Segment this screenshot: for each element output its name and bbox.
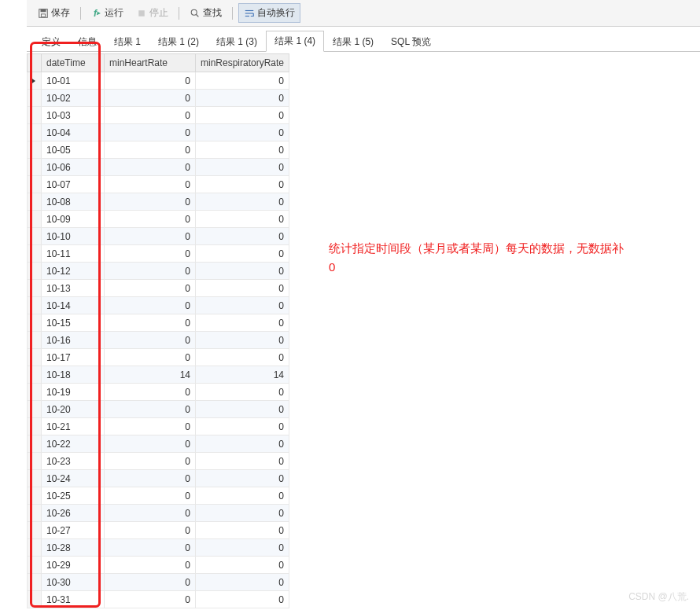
table-row[interactable]: 10-2400 [28,470,289,487]
run-button[interactable]: f▸ 运行 [87,4,128,22]
tab-2[interactable]: 结果 1 [105,31,149,52]
table-row[interactable]: 10-2700 [28,522,289,539]
cell-datetime[interactable]: 10-14 [42,297,105,314]
cell-datetime[interactable]: 10-01 [42,72,105,90]
cell-datetime[interactable]: 10-30 [42,574,105,591]
cell-datetime[interactable]: 10-22 [42,435,105,453]
row-header[interactable] [28,280,42,297]
row-header[interactable] [28,90,42,107]
cell-minrespiratoryrate[interactable]: 0 [196,401,289,418]
cell-minrespiratoryrate[interactable]: 0 [196,107,289,124]
table-row[interactable]: 10-0100 [28,72,289,90]
table-row[interactable]: 10-0900 [28,211,289,228]
cell-minheartrate[interactable]: 0 [105,211,196,228]
row-header[interactable] [28,539,42,557]
tab-0[interactable]: 定义 [33,31,69,52]
cell-minrespiratoryrate[interactable]: 0 [196,159,289,176]
row-header[interactable] [28,263,42,280]
col-header-minrespiratoryrate[interactable]: minRespiratoryRate [196,54,289,72]
table-row[interactable]: 10-2500 [28,487,289,505]
table-row[interactable]: 10-0200 [28,90,289,107]
cell-datetime[interactable]: 10-19 [42,384,105,401]
cell-datetime[interactable]: 10-13 [42,280,105,297]
cell-minrespiratoryrate[interactable]: 0 [196,557,289,574]
row-header[interactable] [28,159,42,176]
table-row[interactable]: 10-3000 [28,574,289,591]
table-row[interactable]: 10-0500 [28,141,289,159]
cell-minrespiratoryrate[interactable]: 0 [196,522,289,539]
cell-minrespiratoryrate[interactable]: 0 [196,574,289,591]
cell-minheartrate[interactable]: 0 [105,228,196,245]
cell-minheartrate[interactable]: 0 [105,539,196,557]
tab-7[interactable]: SQL 预览 [382,31,440,52]
cell-minrespiratoryrate[interactable]: 0 [196,435,289,453]
cell-minheartrate[interactable]: 0 [105,522,196,539]
row-header[interactable] [28,418,42,435]
cell-datetime[interactable]: 10-17 [42,349,105,366]
cell-minheartrate[interactable]: 0 [105,159,196,176]
cell-minrespiratoryrate[interactable]: 0 [196,176,289,193]
row-header[interactable] [28,107,42,124]
row-header[interactable] [28,176,42,193]
cell-datetime[interactable]: 10-05 [42,141,105,159]
tab-3[interactable]: 结果 1 (2) [149,31,208,52]
table-row[interactable]: 10-1100 [28,245,289,263]
table-row[interactable]: 10-1200 [28,263,289,280]
cell-minheartrate[interactable]: 0 [105,435,196,453]
row-header[interactable] [28,574,42,591]
col-header-datetime[interactable]: dateTime [42,54,105,72]
cell-datetime[interactable]: 10-21 [42,418,105,435]
cell-minrespiratoryrate[interactable]: 0 [196,228,289,245]
table-row[interactable]: 10-0400 [28,124,289,141]
cell-minheartrate[interactable]: 0 [105,141,196,159]
cell-datetime[interactable]: 10-09 [42,211,105,228]
save-button[interactable]: 保存 [33,4,75,22]
cell-datetime[interactable]: 10-24 [42,470,105,487]
table-row[interactable]: 10-0700 [28,176,289,193]
table-row[interactable]: 10-2900 [28,557,289,574]
cell-datetime[interactable]: 10-08 [42,193,105,211]
cell-minheartrate[interactable]: 0 [105,384,196,401]
table-row[interactable]: 10-181414 [28,366,289,384]
row-header[interactable] [28,487,42,505]
table-row[interactable]: 10-2600 [28,505,289,522]
table-row[interactable]: 10-2200 [28,435,289,453]
cell-datetime[interactable]: 10-12 [42,263,105,280]
row-header[interactable] [28,72,42,90]
row-header[interactable] [28,401,42,418]
cell-minheartrate[interactable]: 0 [105,401,196,418]
cell-minheartrate[interactable]: 0 [105,505,196,522]
row-header[interactable] [28,228,42,245]
cell-datetime[interactable]: 10-06 [42,159,105,176]
row-header[interactable] [28,591,42,608]
cell-minrespiratoryrate[interactable]: 0 [196,453,289,470]
cell-datetime[interactable]: 10-31 [42,591,105,608]
cell-datetime[interactable]: 10-02 [42,90,105,107]
cell-minrespiratoryrate[interactable]: 0 [196,245,289,263]
row-header[interactable] [28,522,42,539]
row-header[interactable] [28,435,42,453]
cell-minrespiratoryrate[interactable]: 0 [196,384,289,401]
cell-datetime[interactable]: 10-15 [42,314,105,332]
cell-minheartrate[interactable]: 0 [105,193,196,211]
cell-minrespiratoryrate[interactable]: 0 [196,211,289,228]
table-row[interactable]: 10-1400 [28,297,289,314]
table-row[interactable]: 10-3100 [28,591,289,608]
tab-6[interactable]: 结果 1 (5) [324,31,382,52]
cell-minheartrate[interactable]: 0 [105,574,196,591]
cell-minheartrate[interactable]: 0 [105,470,196,487]
cell-minrespiratoryrate[interactable]: 0 [196,90,289,107]
cell-datetime[interactable]: 10-18 [42,366,105,384]
row-header[interactable] [28,297,42,314]
cell-minheartrate[interactable]: 0 [105,332,196,349]
row-header[interactable] [28,453,42,470]
cell-minrespiratoryrate[interactable]: 0 [196,349,289,366]
table-row[interactable]: 10-0800 [28,193,289,211]
cell-datetime[interactable]: 10-20 [42,401,105,418]
row-header[interactable] [28,505,42,522]
cell-minrespiratoryrate[interactable]: 0 [196,539,289,557]
row-header[interactable] [28,384,42,401]
cell-minheartrate[interactable]: 0 [105,107,196,124]
row-header[interactable] [28,314,42,332]
cell-datetime[interactable]: 10-28 [42,539,105,557]
